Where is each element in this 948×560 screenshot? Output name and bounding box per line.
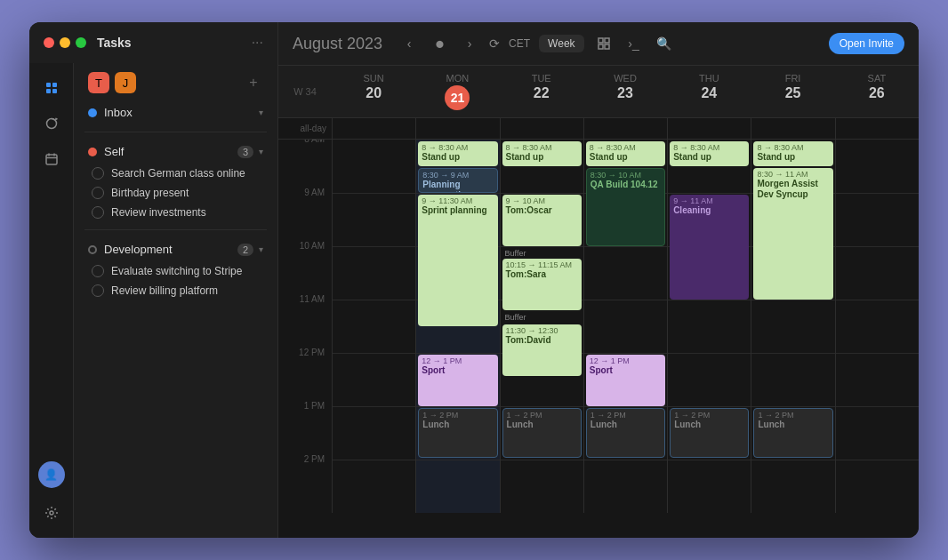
event-sprint-mon[interactable]: 9 → 11:30 AM Sprint planning bbox=[418, 195, 497, 326]
dev-arrow: ▾ bbox=[259, 244, 263, 254]
event-lunch-thu[interactable]: 1 → 2 PM Lunch bbox=[670, 408, 749, 458]
buffer-label-2: Buffer bbox=[502, 312, 582, 323]
event-standup-wed[interactable]: 8 → 8:30 AM Stand up bbox=[586, 141, 665, 166]
refresh-icon[interactable] bbox=[37, 109, 66, 138]
task-label: Review investments bbox=[111, 206, 206, 219]
task-checkbox[interactable] bbox=[92, 167, 104, 180]
allday-cell-wed bbox=[583, 118, 667, 139]
sidebar-content: T J + Inbox ▾ bbox=[74, 63, 277, 538]
event-standup-mon[interactable]: 8 → 8:30 AM Stand up bbox=[418, 141, 497, 166]
self-label: Self bbox=[104, 145, 237, 158]
event-lunch-fri[interactable]: 1 → 2 PM Lunch bbox=[753, 408, 832, 458]
calendar-grid-wrapper: 8 AM 9 AM 10 AM 11 AM 12 PM 1 PM 2 PM bbox=[278, 140, 919, 538]
svg-rect-1 bbox=[52, 83, 57, 87]
traffic-light-red[interactable] bbox=[44, 37, 54, 48]
time-slot-9am: 9 AM bbox=[278, 193, 332, 246]
task-item[interactable]: Review billing platform bbox=[84, 281, 267, 300]
dev-header[interactable]: Development 2 ▾ bbox=[84, 237, 267, 261]
add-button[interactable]: + bbox=[244, 73, 263, 92]
event-planning-mon[interactable]: 8:30 → 9 AM Planning preparation bbox=[418, 168, 497, 193]
traffic-light-green[interactable] bbox=[76, 37, 86, 48]
allday-cell-sun bbox=[332, 118, 415, 139]
calendar-icon[interactable] bbox=[37, 145, 66, 173]
svg-rect-5 bbox=[46, 155, 57, 164]
calendar-header: W 34 Sun 20 Mon 21 Tue 22 Wed 23 Thu 24 bbox=[278, 66, 919, 118]
self-header[interactable]: Self 3 ▾ bbox=[84, 140, 267, 164]
user-avatar[interactable]: 👤 bbox=[38, 461, 65, 488]
svg-rect-9 bbox=[599, 44, 603, 49]
event-sport-mon[interactable]: 12 → 1 PM Sport bbox=[418, 355, 497, 406]
task-checkbox[interactable] bbox=[92, 284, 104, 297]
sidebar-main: 👤 T J + bbox=[29, 63, 277, 538]
svg-rect-10 bbox=[605, 44, 609, 49]
grid-view-icon[interactable] bbox=[593, 33, 615, 54]
svg-rect-7 bbox=[599, 38, 603, 43]
inbox-header[interactable]: Inbox ▾ bbox=[84, 100, 267, 124]
open-invite-button[interactable]: Open Invite bbox=[829, 33, 904, 54]
event-morgen-assist[interactable]: 8:30 → 11 AM Morgen Assist Dev Syncup bbox=[753, 168, 832, 300]
traffic-light-yellow[interactable] bbox=[60, 37, 70, 48]
event-lunch-tue[interactable]: 1 → 2 PM Lunch bbox=[502, 408, 582, 458]
time-slot-12pm: 12 PM bbox=[278, 353, 332, 406]
day-col-sun bbox=[332, 140, 415, 513]
day-col-mon: 8 → 8:30 AM Stand up 8:30 → 9 AM Plannin… bbox=[415, 140, 499, 513]
terminal-icon[interactable]: ›_ bbox=[623, 33, 645, 54]
app-icon-red[interactable]: T bbox=[88, 72, 109, 93]
svg-rect-0 bbox=[46, 83, 51, 87]
allday-cell-mon bbox=[415, 118, 499, 139]
day-header-wed: Wed 23 bbox=[583, 66, 667, 117]
today-button[interactable]: ⬤ bbox=[429, 33, 450, 54]
event-standup-fri[interactable]: 8 → 8:30 AM Stand up bbox=[753, 141, 832, 166]
task-label: Search German class online bbox=[111, 167, 245, 180]
time-slot-2pm: 2 PM bbox=[278, 460, 332, 513]
event-tom-sara[interactable]: 10:15 → 11:15 AM Tom:Sara bbox=[502, 259, 582, 310]
task-item[interactable]: Birthday present bbox=[84, 183, 267, 203]
search-icon[interactable]: 🔍 bbox=[654, 33, 675, 54]
timezone-label: CET bbox=[509, 37, 530, 50]
task-item[interactable]: Evaluate switching to Stripe bbox=[84, 261, 267, 281]
day-header-fri: Fri 25 bbox=[751, 66, 834, 117]
event-standup-tue[interactable]: 8 → 8:30 AM Stand up bbox=[502, 141, 582, 166]
next-button[interactable]: › bbox=[459, 33, 480, 54]
day-header-sun: Sun 20 bbox=[332, 66, 415, 117]
event-lunch-mon[interactable]: 1 → 2 PM Lunch bbox=[418, 408, 497, 458]
settings-icon[interactable] bbox=[37, 499, 66, 527]
task-checkbox[interactable] bbox=[92, 187, 104, 199]
sidebar-left-strip: 👤 bbox=[29, 63, 74, 538]
prev-button[interactable]: ‹ bbox=[398, 33, 420, 54]
app-window: Tasks ··· 👤 bbox=[29, 22, 919, 538]
self-dot bbox=[88, 148, 97, 156]
event-tom-oscar[interactable]: 9 → 10 AM Tom:Oscar bbox=[502, 195, 582, 246]
task-checkbox[interactable] bbox=[92, 206, 104, 219]
task-label: Review billing platform bbox=[111, 284, 218, 297]
inbox-section: Inbox ▾ bbox=[74, 100, 277, 124]
event-qa-build[interactable]: 8:30 → 10 AM QA Build 104.12 bbox=[586, 168, 665, 246]
task-item[interactable]: Search German class online bbox=[84, 164, 267, 183]
day-col-tue: 8 → 8:30 AM Stand up 9 → 10 AM Tom:Oscar… bbox=[500, 140, 583, 513]
time-column: 8 AM 9 AM 10 AM 11 AM 12 PM 1 PM 2 PM bbox=[278, 140, 332, 513]
tasks-icon[interactable] bbox=[37, 74, 66, 102]
day-col-fri: 8 → 8:30 AM Stand up 8:30 → 11 AM Morgen… bbox=[751, 140, 834, 513]
svg-rect-8 bbox=[605, 38, 609, 43]
app-icon-orange[interactable]: J bbox=[115, 72, 136, 93]
divider-2 bbox=[84, 229, 267, 230]
task-checkbox[interactable] bbox=[92, 265, 104, 277]
event-cleaning[interactable]: 9 → 11 AM Cleaning bbox=[670, 195, 749, 300]
event-sport-wed[interactable]: 12 → 1 PM Sport bbox=[586, 355, 665, 406]
inbox-label: Inbox bbox=[104, 106, 259, 119]
event-tom-david[interactable]: 11:30 → 12:30 Tom:David bbox=[502, 324, 582, 376]
event-standup-thu[interactable]: 8 → 8:30 AM Stand up bbox=[670, 141, 749, 166]
sidebar-title: Tasks bbox=[97, 36, 245, 50]
day-col-sat bbox=[835, 140, 919, 513]
development-section: Development 2 ▾ Evaluate switching to St… bbox=[74, 237, 277, 300]
sidebar-more-button[interactable]: ··· bbox=[252, 35, 263, 51]
event-lunch-wed[interactable]: 1 → 2 PM Lunch bbox=[586, 408, 665, 458]
sync-icon[interactable]: ⟳ bbox=[489, 36, 500, 51]
task-item[interactable]: Review investments bbox=[84, 203, 267, 222]
dev-badge: 2 bbox=[237, 244, 253, 256]
day-header-sat: Sat 26 bbox=[835, 66, 919, 117]
sidebar-add-row: T J + bbox=[74, 70, 277, 95]
inbox-arrow: ▾ bbox=[259, 108, 263, 117]
week-view-button[interactable]: Week bbox=[539, 35, 583, 52]
dev-dot bbox=[88, 245, 97, 254]
